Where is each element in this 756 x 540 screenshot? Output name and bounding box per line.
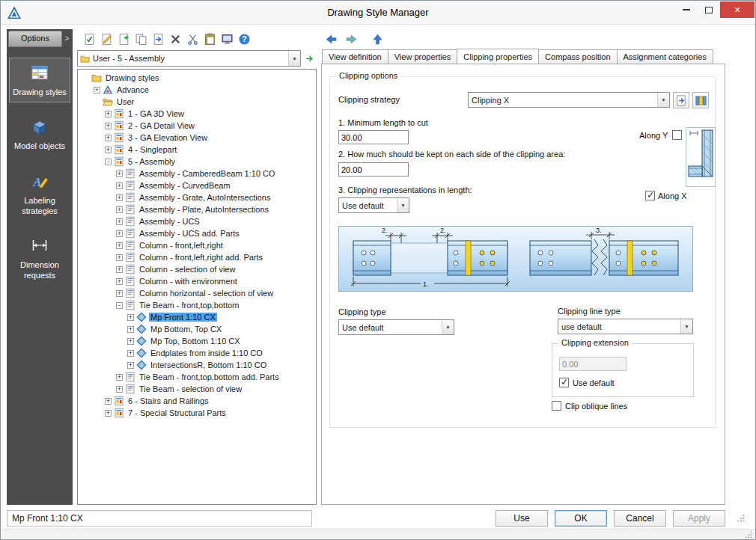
- representations-combobox[interactable]: Use default: [338, 197, 409, 213]
- display-options-button[interactable]: [219, 31, 234, 46]
- tree-item-endplates-from-inside-1-10-co[interactable]: +Endplates from inside 1:10 CO: [79, 347, 316, 359]
- locate-style-button[interactable]: [303, 52, 317, 65]
- along-x-checkbox[interactable]: [645, 191, 655, 200]
- resize-grip[interactable]: [737, 515, 745, 522]
- tree-item-2-ga-detail-view[interactable]: +2 - GA Detail View: [79, 120, 316, 132]
- tree-item-user[interactable]: User: [79, 96, 316, 108]
- keep-input[interactable]: [338, 162, 409, 177]
- tree-item-tie-beam-front-top-bottom-add-parts[interactable]: +Tie Beam - front,top,bottom add. Parts: [79, 371, 316, 383]
- tree-item-column-front-left-right[interactable]: +Column - front,left,right: [79, 239, 316, 251]
- expand-icon[interactable]: +: [116, 266, 123, 273]
- expand-icon[interactable]: +: [105, 135, 112, 141]
- strategy-manager-button[interactable]: [692, 92, 709, 108]
- tree-item-column-front-left-right-add-parts[interactable]: +Column - front,left,right add. Parts: [79, 251, 316, 263]
- min-length-input[interactable]: [338, 130, 409, 144]
- expand-icon[interactable]: +: [127, 350, 134, 357]
- tree-item-column-with-environment[interactable]: +Column - with environment: [79, 275, 316, 287]
- dropdown-arrow-icon[interactable]: [397, 198, 409, 212]
- tree-item-column-selection-of-view[interactable]: +Column - selection of view: [79, 263, 316, 275]
- tree-item-4-singlepart[interactable]: +4 - Singlepart: [79, 144, 316, 156]
- expand-icon[interactable]: +: [105, 147, 112, 153]
- tree-item-1-ga-3d-view[interactable]: +1 - GA 3D View: [79, 108, 316, 120]
- paste-style-button[interactable]: [202, 31, 217, 46]
- expand-icon[interactable]: +: [116, 218, 123, 225]
- expand-icon[interactable]: +: [105, 111, 112, 117]
- delete-style-button[interactable]: [168, 31, 183, 46]
- use-button[interactable]: Use: [496, 510, 548, 527]
- tree-item-assembly-curvedbeam[interactable]: +Assembly - CurvedBeam: [79, 180, 316, 191]
- sidebar-collapse-button[interactable]: >: [62, 31, 72, 47]
- tree-item-6-stairs-and-railings[interactable]: +6 - Stairs and Railings: [79, 395, 316, 407]
- along-y-checkbox[interactable]: [672, 130, 682, 140]
- tab-clipping-properties[interactable]: Clipping properties: [457, 49, 539, 64]
- maximize-button[interactable]: [698, 1, 720, 18]
- expand-icon[interactable]: +: [116, 278, 123, 285]
- tree-item-3-ga-elevation-view[interactable]: +3 - GA Elevation View: [79, 132, 316, 144]
- minimize-button[interactable]: [675, 1, 698, 18]
- expand-icon[interactable]: +: [94, 87, 100, 93]
- sidebar-item-labeling-strategies[interactable]: ALabeling strategies: [9, 166, 70, 221]
- edit-style-button[interactable]: [99, 31, 114, 46]
- tree-item-intersectionsr-bottom-1-10-co[interactable]: +IntersectionsR, Bottom 1:10 CO: [79, 359, 316, 371]
- clipping-type-combobox[interactable]: Use default: [338, 319, 454, 335]
- expand-icon[interactable]: +: [116, 386, 123, 393]
- tree-item-7-special-structural-parts[interactable]: +7 - Special Structural Parts: [79, 407, 316, 419]
- tree-item-assembly-camberedbeam-1-10-co[interactable]: +Assembly - CamberedBeam 1:10 CO: [79, 168, 316, 180]
- expand-icon[interactable]: +: [116, 194, 123, 201]
- clipping-line-type-combobox[interactable]: use default: [558, 319, 693, 334]
- dropdown-arrow-icon[interactable]: [657, 93, 669, 107]
- extension-use-default-checkbox[interactable]: [559, 378, 569, 387]
- tree-item-tie-beam-front-top-bottom[interactable]: -Tie Beam - front,top,bottom: [79, 299, 316, 311]
- expand-icon[interactable]: +: [116, 374, 123, 381]
- expand-icon[interactable]: +: [116, 290, 123, 297]
- tab-assignment-categories[interactable]: Assignment categories: [617, 49, 713, 64]
- tree-item-assembly-plate-autointersections[interactable]: +Assembly - Plate, AutoIntersections: [79, 203, 316, 215]
- expand-icon[interactable]: +: [105, 410, 112, 417]
- clipping-strategy-combobox[interactable]: Clipping X: [468, 92, 670, 108]
- sidebar-item-drawing-styles[interactable]: Drawing styles: [9, 58, 70, 102]
- resize-grip[interactable]: [745, 531, 752, 539]
- expand-icon[interactable]: +: [116, 254, 123, 261]
- expand-icon[interactable]: +: [105, 123, 112, 129]
- new-style-button[interactable]: [116, 31, 131, 46]
- expand-icon[interactable]: +: [116, 230, 123, 237]
- tree-item-column-horizontal-selection-of-view[interactable]: +Column horizontal - selection of view: [79, 287, 316, 299]
- expand-icon[interactable]: +: [127, 326, 134, 333]
- expand-icon[interactable]: +: [105, 398, 112, 405]
- options-button[interactable]: Options: [8, 31, 62, 47]
- tree-item-mp-front-1-10-cx[interactable]: +Mp Front 1:10 CX: [79, 311, 316, 323]
- tree-item-assembly-ucs[interactable]: +Assembly - UCS: [79, 215, 316, 227]
- expand-icon[interactable]: +: [116, 171, 123, 177]
- ok-button[interactable]: OK: [555, 510, 607, 527]
- tree-item-advance[interactable]: +Advance: [79, 84, 316, 96]
- tab-view-definition[interactable]: View definition: [322, 49, 388, 64]
- cancel-button[interactable]: Cancel: [614, 510, 666, 527]
- tree-item-mp-top-bottom-1-10-cx[interactable]: +Mp Top, Bottom 1:10 CX: [79, 335, 316, 347]
- tree-item-assembly-grate-autointersections[interactable]: +Assembly - Grate, AutoIntersections: [79, 191, 316, 203]
- clip-oblique-checkbox[interactable]: [552, 401, 561, 411]
- expand-icon[interactable]: +: [116, 182, 123, 189]
- dropdown-arrow-icon[interactable]: [288, 51, 300, 66]
- help-button[interactable]: ?: [237, 31, 252, 46]
- up-button[interactable]: [370, 31, 385, 46]
- back-button[interactable]: [323, 31, 338, 46]
- tab-view-properties[interactable]: View properties: [388, 49, 458, 64]
- tree-item-assembly-ucs-add-parts[interactable]: +Assembly - UCS add. Parts: [79, 227, 316, 239]
- sidebar-item-dimension-requests[interactable]: Dimension requests: [9, 230, 70, 285]
- collapse-icon[interactable]: -: [116, 302, 123, 309]
- close-button[interactable]: [720, 1, 755, 18]
- expand-icon[interactable]: +: [127, 338, 134, 345]
- apply-button[interactable]: Apply: [673, 510, 725, 527]
- expand-icon[interactable]: +: [127, 314, 134, 321]
- tree-item-mp-bottom-top-cx[interactable]: +Mp Bottom, Top CX: [79, 323, 316, 335]
- forward-button[interactable]: [344, 31, 359, 46]
- import-style-button[interactable]: [150, 31, 165, 46]
- tree-item-5-assembly[interactable]: -5 - Assembly: [79, 156, 316, 168]
- tree-item-drawing-styles[interactable]: Drawing styles: [79, 72, 316, 84]
- collapse-icon[interactable]: -: [105, 159, 112, 165]
- strategy-preview-button[interactable]: [673, 92, 689, 108]
- tree-item-tie-beam-selection-of-view[interactable]: +Tie Beam - selection of view: [79, 383, 316, 395]
- expand-icon[interactable]: +: [116, 206, 123, 213]
- dropdown-arrow-icon[interactable]: [680, 319, 692, 334]
- dropdown-arrow-icon[interactable]: [442, 320, 454, 334]
